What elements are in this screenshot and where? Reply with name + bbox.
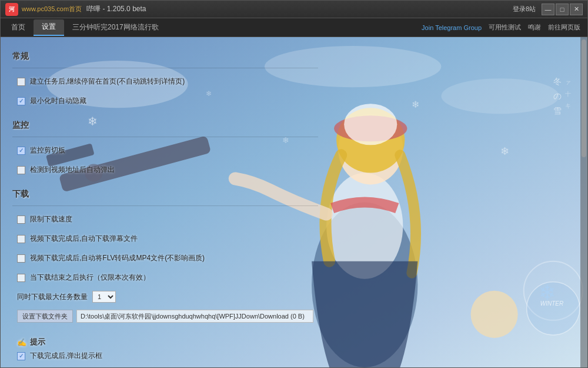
main-window: 河 www.pc035.com首页 哔嗶 - 1.205.0 beta 登录8站… <box>0 0 588 368</box>
site-label: www.pc035.com首页 <box>22 5 82 14</box>
minimize-button[interactable]: — <box>542 4 554 15</box>
max-tasks-label: 同时下载最大任务数量 <box>17 292 88 302</box>
section-general: 常规 建立任务后,继续停留在首页(不自动跳转到详情页) 最小化时自动隐藏 <box>12 51 318 108</box>
settings-panel: 常规 建立任务后,继续停留在首页(不自动跳转到详情页) 最小化时自动隐藏 监控 … <box>1 37 330 367</box>
download-checkbox-3[interactable] <box>17 254 25 263</box>
scrollbar[interactable] <box>580 37 587 367</box>
download-option-1-row: 限制下载速度 <box>12 212 318 227</box>
monitor-checkbox-2[interactable] <box>17 166 25 174</box>
window-title: 哔嗶 - 1.205.0 beta <box>86 4 513 14</box>
general-checkbox-2[interactable] <box>17 97 25 105</box>
app-logo: 河 <box>5 3 18 16</box>
svg-point-9 <box>344 104 397 145</box>
tab-music-label: 三分钟听完2017网络流行歌 <box>72 22 159 32</box>
svg-text:冬: 冬 <box>553 77 562 86</box>
hint-option-row: 下载完成后,弹出提示框 <box>12 349 318 363</box>
monitor-option-2-row: 检测到视频地址后自动弹出 <box>12 163 318 177</box>
svg-text:キ: キ <box>565 102 571 109</box>
section-general-title: 常规 <box>12 51 318 62</box>
divider-download <box>12 205 318 206</box>
download-checkbox-2[interactable] <box>17 235 25 243</box>
titlebar: 河 www.pc035.com首页 哔嗶 - 1.205.0 beta 登录8站… <box>1 1 587 18</box>
monitor-option-1-row: 监控剪切板 <box>12 143 318 158</box>
svg-text:雪: 雪 <box>553 107 562 115</box>
download-option-1-label: 限制下载速度 <box>30 214 72 224</box>
section-download: 下载 限制下载速度 视频下载完成后,自动下载弹幕文件 视频下载完成后,自动将FL… <box>12 189 318 324</box>
credits-link[interactable]: 鸣谢 <box>528 23 541 32</box>
monitor-checkbox-1[interactable] <box>17 147 25 155</box>
section-download-title: 下载 <box>12 189 318 200</box>
scrollbar-thumb[interactable] <box>582 39 586 157</box>
nav-right-links: Join Telegram Group 可用性测试 鸣谢 前往网页版 <box>422 23 585 32</box>
download-checkbox-4[interactable] <box>17 274 25 282</box>
download-path-row: 设置下载文件夹 D:\tools\桌面\河东软件园\jjdownsghduqhw… <box>12 309 318 324</box>
download-option-3-row: 视频下载完成后,自动将FLV转码成MP4文件(不影响画质) <box>12 251 318 266</box>
web-version-link[interactable]: 前往网页版 <box>548 23 580 32</box>
close-button[interactable]: ✕ <box>570 4 583 15</box>
hint-title: 提示 <box>30 337 45 347</box>
max-tasks-select[interactable]: 1 2 3 4 5 <box>92 291 116 303</box>
monitor-option-2-label: 检测到视频地址后自动弹出 <box>30 165 115 175</box>
availability-test-link[interactable]: 可用性测试 <box>489 23 521 32</box>
svg-text:WINTER: WINTER <box>540 300 563 307</box>
general-option-1-row: 建立任务后,继续停留在首页(不自动跳转到详情页) <box>12 74 318 89</box>
tab-settings-label: 设置 <box>42 22 56 32</box>
main-area: ❄ ❄ ❄ ❄ ❄ ❄ 冬 の 雪 ァ 十 キ <box>1 37 587 367</box>
general-option-2-row: 最小化时自动隐藏 <box>12 94 318 108</box>
download-option-4-label: 当下载结束之后执行（仅限本次有效） <box>30 273 150 283</box>
download-option-3-label: 视频下载完成后,自动将FLV转码成MP4文件(不影响画质) <box>30 253 205 263</box>
general-checkbox-1[interactable] <box>17 78 25 86</box>
section-monitor: 监控 监控剪切板 检测到视频地址后自动弹出 <box>12 120 318 177</box>
svg-text:の: の <box>553 92 562 101</box>
hint-checkbox[interactable] <box>17 352 25 360</box>
svg-point-3 <box>441 78 559 114</box>
hint-option-label: 下载完成后,弹出提示框 <box>30 351 102 361</box>
hint-icon: ✍ <box>17 338 26 347</box>
divider-monitor <box>12 137 318 137</box>
monitor-option-1-label: 监控剪切板 <box>30 145 65 155</box>
general-option-1-label: 建立任务后,继续停留在首页(不自动跳转到详情页) <box>30 77 185 87</box>
tab-home[interactable]: 首页 <box>3 19 34 36</box>
divider-general <box>12 68 318 68</box>
general-option-2-label: 最小化时自动隐藏 <box>30 96 86 106</box>
svg-text:十: 十 <box>565 91 571 97</box>
logo-text: 河 <box>9 5 15 14</box>
svg-point-18 <box>471 291 518 338</box>
svg-text:ァ: ァ <box>565 79 571 85</box>
section-monitor-title: 监控 <box>12 120 318 131</box>
navbar: 首页 设置 三分钟听完2017网络流行歌 Join Telegram Group… <box>1 18 587 37</box>
section-hint: ✍ 提示 下载完成后,弹出提示框 <box>12 336 318 363</box>
window-controls: — □ ✕ <box>542 4 583 15</box>
download-path-display: D:\tools\桌面\河东软件园\jjdownsghduqhwhqhq\[WP… <box>76 310 313 323</box>
tab-music[interactable]: 三分钟听完2017网络流行歌 <box>64 19 167 36</box>
download-checkbox-1[interactable] <box>17 216 25 224</box>
login-label: 登录8站 <box>513 5 536 14</box>
svg-text:❄: ❄ <box>500 145 509 157</box>
telegram-link[interactable]: Join Telegram Group <box>422 24 482 31</box>
set-path-button[interactable]: 设置下载文件夹 <box>17 310 73 323</box>
svg-text:❄: ❄ <box>412 99 419 110</box>
maximize-button[interactable]: □ <box>556 4 569 15</box>
max-tasks-row: 同时下载最大任务数量 1 2 3 4 5 <box>12 290 318 304</box>
svg-point-30 <box>527 282 580 335</box>
download-option-4-row: 当下载结束之后执行（仅限本次有效） <box>12 270 318 285</box>
tab-settings[interactable]: 设置 <box>34 19 64 36</box>
download-option-2-row: 视频下载完成后,自动下载弹幕文件 <box>12 231 318 246</box>
download-option-2-label: 视频下载完成后,自动下载弹幕文件 <box>30 234 138 244</box>
tab-home-label: 首页 <box>11 22 25 32</box>
